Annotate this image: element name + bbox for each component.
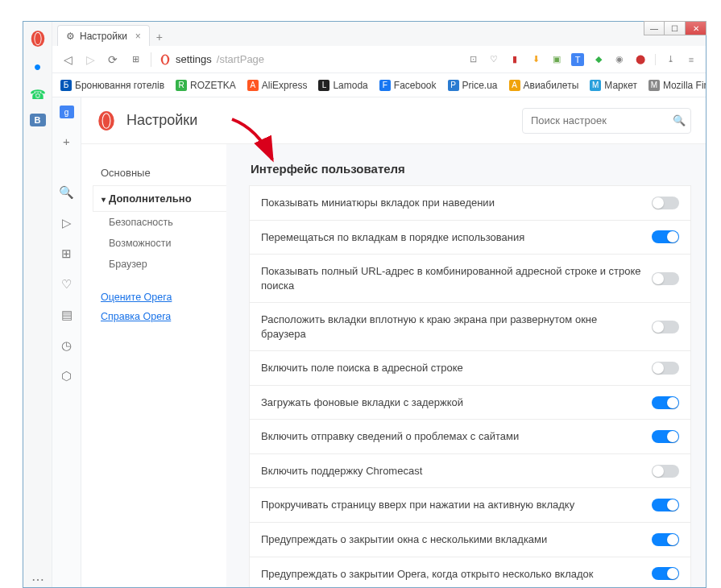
setting-toggle[interactable] — [652, 465, 679, 478]
more-icon[interactable]: ⋯ — [30, 571, 46, 587]
bookmark-item[interactable]: PPrice.ua — [448, 80, 498, 91]
svg-point-7 — [103, 114, 110, 127]
setting-label: Перемещаться по вкладкам в порядке испол… — [261, 230, 644, 245]
url-host: settings — [176, 53, 212, 65]
bookmark-item[interactable]: RROZETKA — [176, 80, 236, 91]
close-tab-icon[interactable]: × — [135, 31, 141, 42]
ext-icon-1[interactable]: ⬇ — [529, 53, 542, 66]
setting-row: Включить поддержку Chromecast — [249, 454, 691, 489]
settings-search[interactable]: 🔍 — [522, 108, 691, 134]
setting-toggle[interactable] — [652, 396, 679, 409]
setting-toggle[interactable] — [652, 567, 679, 580]
search-input[interactable] — [531, 114, 666, 126]
toolbar-icons: ⊡ ♡ ▮ ⬇ ▣ T ◆ ◉ ⬤ ⤓ ≡ — [466, 53, 698, 66]
ext-icon-2[interactable]: ▣ — [550, 53, 563, 66]
bookmarks-bar: ББронювання готелівRROZETKAAAliExpressLL… — [52, 73, 706, 97]
speed-dial-button[interactable]: ⊞ — [128, 52, 143, 67]
tab-settings[interactable]: ⚙ Настройки × — [57, 25, 150, 46]
reload-button[interactable]: ⟳ — [106, 52, 120, 67]
setting-label: Предупреждать о закрытии Opera, когда от… — [261, 567, 644, 582]
setting-row: Показывать полный URL-адрес в комбиниров… — [249, 255, 691, 303]
setting-toggle[interactable] — [652, 230, 679, 243]
setting-label: Прокручивать страницу вверх при нажатии … — [261, 498, 644, 512]
setting-row: Расположить вкладки вплотную к краю экра… — [249, 303, 691, 351]
ext-icon-4[interactable]: ◉ — [613, 53, 626, 66]
bookmark-favicon: М — [590, 80, 601, 91]
translate-icon[interactable]: T — [571, 53, 584, 66]
setting-toggle[interactable] — [652, 499, 679, 511]
bookmark-icon[interactable]: ▮ — [508, 53, 521, 66]
messenger-icon[interactable]: ● — [30, 59, 46, 75]
ext-icon-3[interactable]: ◆ — [592, 53, 605, 66]
setting-label: Предупреждать о закрытии окна с нескольк… — [261, 532, 644, 547]
page-title: Настройки — [126, 112, 512, 129]
search-icon: 🔍 — [673, 114, 686, 126]
setting-toggle[interactable] — [652, 197, 679, 209]
setting-label: Включить поддержку Chromecast — [261, 464, 644, 478]
heart-icon[interactable]: ♡ — [487, 53, 500, 66]
settings-content[interactable]: Интерфейс пользователя Показывать миниат… — [226, 144, 706, 587]
ext-icon-5[interactable]: ⬤ — [634, 53, 647, 66]
close-button[interactable]: ✕ — [686, 21, 706, 35]
bookmark-label: Lamoda — [333, 80, 367, 91]
opera-logo-icon[interactable] — [29, 30, 47, 48]
heart-side-icon[interactable]: ♡ — [59, 276, 75, 292]
url-field[interactable]: settings/startPage — [160, 53, 458, 65]
setting-toggle[interactable] — [652, 272, 679, 285]
bookmark-label: Бронювання готелів — [75, 80, 164, 91]
translate-side-icon[interactable]: g — [60, 106, 74, 118]
minimize-button[interactable]: — — [644, 21, 665, 35]
gear-icon: ⚙ — [66, 31, 75, 42]
bookmark-label: AliExpress — [262, 80, 308, 91]
add-side-icon[interactable]: + — [59, 133, 75, 149]
menu-icon[interactable]: ≡ — [685, 53, 698, 66]
bookmark-item[interactable]: ММаркет — [590, 80, 637, 91]
bookmark-favicon: P — [448, 80, 459, 91]
grid-side-icon[interactable]: ⊞ — [59, 246, 75, 262]
setting-toggle[interactable] — [652, 321, 679, 333]
setting-toggle[interactable] — [652, 533, 679, 546]
search-side-icon[interactable]: 🔍 — [59, 184, 75, 201]
cube-side-icon[interactable]: ⬡ — [59, 368, 75, 384]
bookmark-favicon: R — [176, 80, 187, 91]
setting-toggle[interactable] — [652, 362, 679, 375]
bookmark-item[interactable]: AAliExpress — [247, 80, 308, 91]
setting-row: Предупреждать о закрытии Opera, когда от… — [249, 557, 691, 587]
send-side-icon[interactable]: ▷ — [59, 215, 75, 231]
download-icon[interactable]: ⤓ — [664, 53, 677, 66]
forward-button[interactable]: ▷ — [83, 52, 97, 67]
clock-side-icon[interactable]: ◷ — [59, 337, 75, 354]
inner-sidebar: g + 🔍 ▷ ⊞ ♡ ▤ ◷ ⬡ — [52, 97, 81, 587]
bookmark-favicon: А — [509, 80, 520, 91]
nav-features[interactable]: Возможности — [93, 233, 226, 254]
nav-advanced[interactable]: ▾Дополнительно — [93, 185, 227, 212]
nav-browser[interactable]: Браузер — [93, 254, 226, 275]
bookmark-item[interactable]: LLamoda — [318, 80, 367, 91]
whatsapp-icon[interactable]: ☎ — [30, 86, 46, 102]
bookmark-favicon: L — [318, 80, 329, 91]
bookmark-item[interactable]: ААвиабилеты — [509, 80, 579, 91]
vk-icon[interactable]: B — [30, 114, 46, 126]
setting-row: Перемещаться по вкладкам в порядке испол… — [249, 221, 691, 255]
news-side-icon[interactable]: ▤ — [59, 307, 75, 323]
bookmark-item[interactable]: MMozilla Firefox — [648, 80, 706, 91]
maximize-button[interactable]: ☐ — [665, 21, 686, 35]
camera-icon[interactable]: ⊡ — [466, 53, 479, 66]
bookmark-item[interactable]: FFacebook — [379, 80, 437, 91]
new-tab-button[interactable]: + — [150, 28, 169, 46]
nav-help-link[interactable]: Справка Opera — [93, 307, 226, 326]
back-button[interactable]: ◁ — [60, 52, 75, 67]
setting-row: Загружать фоновые вкладки с задержкой — [249, 386, 691, 420]
nav-security[interactable]: Безопасность — [93, 212, 226, 233]
nav-rate-link[interactable]: Оцените Opera — [93, 288, 226, 307]
setting-label: Расположить вкладки вплотную к краю экра… — [261, 313, 644, 341]
bookmark-item[interactable]: ББронювання готелів — [60, 80, 164, 91]
nav-basic[interactable]: Основные — [93, 160, 226, 185]
setting-toggle[interactable] — [652, 430, 679, 443]
setting-row: Прокручивать страницу вверх при нажатии … — [249, 488, 691, 523]
section-title: Интерфейс пользователя — [249, 162, 691, 176]
setting-label: Включить поле поиска в адресной строке — [261, 361, 644, 375]
window-controls: — ☐ ✕ — [644, 21, 706, 35]
bookmark-label: Авиабилеты — [524, 80, 579, 91]
settings-nav: Основные ▾Дополнительно Безопасность Воз… — [81, 144, 226, 587]
